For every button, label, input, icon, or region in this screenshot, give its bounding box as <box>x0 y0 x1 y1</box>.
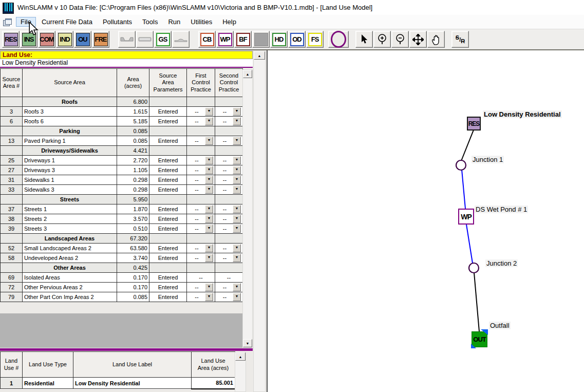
second-control-practice-cell[interactable]: --▼ <box>215 117 243 126</box>
source-area-name-cell[interactable]: Sidewalks 1 <box>23 175 117 185</box>
source-area-num-cell[interactable]: 72 <box>1 283 23 292</box>
second-control-practice-cell[interactable]: --▼ <box>215 292 243 302</box>
source-area-parameters-cell[interactable]: Entered <box>149 292 187 302</box>
source-area-num-cell[interactable]: 52 <box>1 244 23 253</box>
control-practice-dropdown[interactable]: ▼ <box>233 107 241 116</box>
control-practice-dropdown[interactable]: ▼ <box>233 185 241 194</box>
scroll-up-button[interactable]: ▲ <box>243 70 252 78</box>
first-control-practice-cell[interactable]: --▼ <box>187 283 215 292</box>
first-control-practice-cell[interactable]: --▼ <box>187 156 215 165</box>
source-area-name-cell[interactable]: Paved Parking 1 <box>23 136 117 146</box>
control-practice-dropdown[interactable]: ▼ <box>205 205 213 213</box>
source-area-num-cell[interactable]: 13 <box>1 136 23 146</box>
second-control-practice-cell[interactable]: --▼ <box>215 214 243 224</box>
first-control-practice-cell[interactable]: --▼ <box>187 204 215 214</box>
control-practice-dropdown[interactable]: ▼ <box>233 254 241 262</box>
move-tool-button[interactable] <box>409 31 427 48</box>
control-practice-dropdown[interactable]: ▼ <box>205 185 213 194</box>
source-area-name-cell[interactable]: Other Part Con Imp Areas 2 <box>23 292 117 302</box>
scroll-up-button[interactable]: ▲ <box>254 51 265 60</box>
area-acres-cell[interactable]: 0.085 <box>117 136 149 146</box>
first-control-practice-cell[interactable]: --▼ <box>187 117 215 126</box>
first-control-practice-cell[interactable]: --▼ <box>187 107 215 117</box>
area-acres-cell[interactable]: 0.085 <box>117 292 149 302</box>
source-table-scrollbar[interactable]: ▲ ▼ <box>242 69 253 348</box>
land-use-button-fre[interactable]: FRE <box>92 31 109 48</box>
source-area-parameters-cell[interactable]: Entered <box>149 214 187 224</box>
first-control-practice-cell[interactable]: -- <box>187 273 215 283</box>
area-acres-cell[interactable]: 0.170 <box>117 273 149 283</box>
control-practice-dropdown[interactable]: ▼ <box>205 166 213 174</box>
control-practice-dropdown[interactable]: ▼ <box>233 244 241 252</box>
wet-pond-node[interactable]: WP <box>458 209 474 225</box>
source-area-num-cell[interactable]: 38 <box>1 214 23 224</box>
control-practice-dropdown[interactable]: ▼ <box>205 215 213 223</box>
source-area-name-cell[interactable]: Streets 1 <box>23 204 117 214</box>
source-area-parameters-cell[interactable]: Entered <box>149 165 187 175</box>
first-control-practice-cell[interactable]: --▼ <box>187 292 215 302</box>
first-control-practice-cell[interactable]: --▼ <box>187 244 215 253</box>
scroll-down-button[interactable]: ▼ <box>243 339 252 347</box>
source-area-name-cell[interactable]: Streets 3 <box>23 224 117 234</box>
area-acres-cell[interactable]: 0.170 <box>117 283 149 292</box>
second-control-practice-cell[interactable]: --▼ <box>215 244 243 253</box>
control-practice-dropdown[interactable]: ▼ <box>233 117 241 125</box>
area-acres-cell[interactable]: 0.298 <box>117 185 149 195</box>
source-area-num-cell[interactable]: 6 <box>1 117 23 126</box>
source-area-parameters-cell[interactable]: Entered <box>149 136 187 146</box>
land-use-button-ou[interactable]: OU <box>74 31 91 48</box>
second-control-practice-cell[interactable]: --▼ <box>215 107 243 117</box>
control-practice-dropdown[interactable]: ▼ <box>205 107 213 116</box>
first-control-practice-cell[interactable]: --▼ <box>187 253 215 263</box>
device-button-blank[interactable] <box>252 31 270 48</box>
pan-tool-button[interactable] <box>427 31 445 48</box>
device-button-od[interactable]: OD <box>288 31 306 48</box>
junction-tool-button[interactable] <box>328 31 349 48</box>
source-area-parameters-cell[interactable]: Entered <box>149 273 187 283</box>
control-practice-dropdown[interactable]: ▼ <box>233 205 241 213</box>
source-area-parameters-cell[interactable]: Entered <box>149 204 187 214</box>
source-area-name-cell[interactable]: Driveways 1 <box>23 156 117 165</box>
second-control-practice-cell[interactable]: --▼ <box>215 156 243 165</box>
source-area-name-cell[interactable]: Roofs 3 <box>23 107 117 117</box>
control-practice-dropdown[interactable]: ▼ <box>233 293 241 301</box>
source-area-parameters-cell[interactable]: Entered <box>149 175 187 185</box>
source-area-num-cell[interactable]: 33 <box>1 185 23 195</box>
control-practice-dropdown[interactable]: ▼ <box>205 254 213 262</box>
control-practice-dropdown[interactable]: ▼ <box>205 293 213 301</box>
land-use-num-cell[interactable]: 1 <box>1 378 23 389</box>
second-control-practice-cell[interactable]: -- <box>215 273 243 283</box>
source-area-num-cell[interactable]: 69 <box>1 273 23 283</box>
area-acres-cell[interactable]: 1.870 <box>117 204 149 214</box>
control-practice-dropdown[interactable]: ▼ <box>205 117 213 125</box>
wet-pond-shape-button[interactable] <box>118 31 136 48</box>
control-practice-dropdown[interactable]: ▼ <box>233 137 241 145</box>
source-area-name-cell[interactable]: Streets 2 <box>23 214 117 224</box>
grass-swale-button[interactable]: GS <box>154 31 172 48</box>
control-practice-dropdown[interactable]: ▼ <box>233 176 241 184</box>
source-area-num-cell[interactable]: 31 <box>1 175 23 185</box>
land-use-label-cell[interactable]: Low Density Residential <box>73 378 192 389</box>
land-use-area-cell[interactable]: 85.001 <box>192 378 235 389</box>
second-control-practice-cell[interactable]: --▼ <box>215 175 243 185</box>
source-area-parameters-cell[interactable]: Entered <box>149 244 187 253</box>
source-area-num-cell[interactable]: 3 <box>1 107 23 117</box>
control-practice-dropdown[interactable]: ▼ <box>205 244 213 252</box>
land-use-model-canvas[interactable]: RES WP OUT Low Density Residential Junct… <box>267 50 584 392</box>
second-control-practice-cell[interactable]: --▼ <box>215 253 243 263</box>
source-area-name-cell[interactable]: Undeveloped Areas 2 <box>23 253 117 263</box>
second-control-practice-cell[interactable]: --▼ <box>215 165 243 175</box>
area-acres-cell[interactable]: 0.510 <box>117 224 149 234</box>
outfall-node[interactable]: OUT <box>472 331 487 347</box>
control-practice-dropdown[interactable]: ▼ <box>205 156 213 164</box>
first-control-practice-cell[interactable]: --▼ <box>187 214 215 224</box>
source-area-num-cell[interactable]: 37 <box>1 204 23 214</box>
second-control-practice-cell[interactable]: --▼ <box>215 136 243 146</box>
source-area-name-cell[interactable]: Sidewalks 3 <box>23 185 117 195</box>
first-control-practice-cell[interactable]: --▼ <box>187 165 215 175</box>
land-use-table-scrollbar[interactable]: ▲ <box>235 352 246 392</box>
area-acres-cell[interactable]: 1.105 <box>117 165 149 175</box>
area-acres-cell[interactable]: 3.570 <box>117 214 149 224</box>
source-area-name-cell[interactable]: Driveways 3 <box>23 165 117 175</box>
source-area-parameters-cell[interactable]: Entered <box>149 253 187 263</box>
